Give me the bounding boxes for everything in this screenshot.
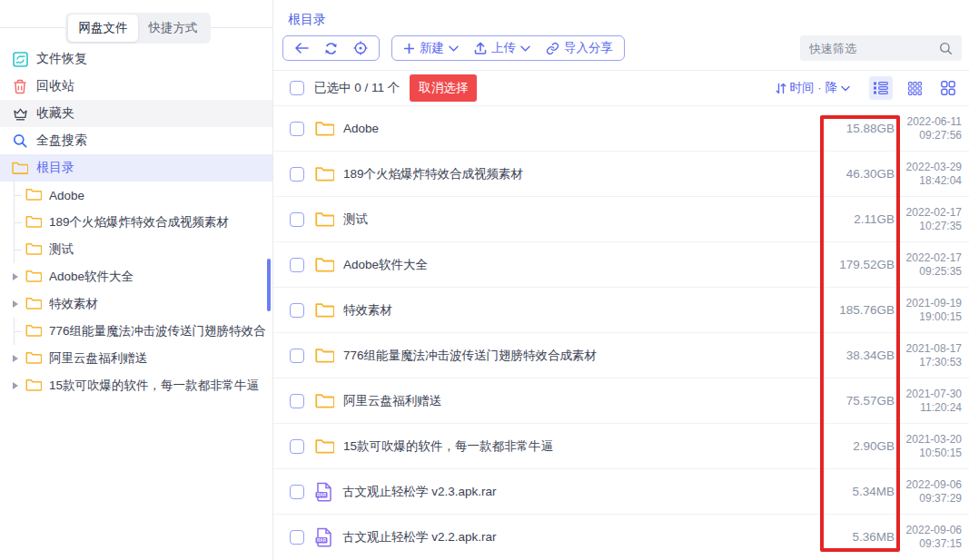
tab-cloud-files[interactable]: 网盘文件 [68, 15, 138, 42]
tree-expand-arrow-icon[interactable] [7, 236, 24, 263]
file-name[interactable]: Adobe软件大全 [343, 257, 808, 273]
file-name[interactable]: 776组能量魔法冲击波传送门翅膀特效合成素材 [343, 348, 808, 364]
upload-button-label: 上传 [491, 40, 516, 56]
grid-view-button[interactable] [903, 76, 926, 100]
file-name[interactable]: 15款可吹爆的软件，每一款都非常牛逼 [343, 438, 808, 455]
file-name[interactable]: 阿里云盘福利赠送 [343, 393, 808, 409]
back-button[interactable] [294, 42, 309, 54]
quick-filter-input[interactable] [809, 42, 939, 55]
tree-item[interactable]: 189个火焰爆炸特效合成视频素材 [0, 209, 272, 236]
row-checkbox[interactable] [290, 167, 304, 182]
file-date: 2021-09-19 [904, 297, 962, 310]
new-button[interactable]: 新建 [403, 40, 459, 56]
row-checkbox[interactable] [290, 394, 304, 408]
tree-item[interactable]: 776组能量魔法冲击波传送门翅膀特效合 [0, 318, 272, 345]
tree-item[interactable]: Adobe [0, 182, 272, 209]
large-grid-view-icon [941, 81, 955, 95]
row-checkbox[interactable] [290, 485, 304, 499]
tab-shortcuts[interactable]: 快捷方式 [138, 15, 208, 42]
import-share-button[interactable]: 导入分享 [546, 40, 613, 56]
file-date: 2022-03-29 [904, 161, 962, 174]
file-size: 2.11GB [808, 212, 895, 226]
import-share-label: 导入分享 [564, 40, 613, 56]
locate-button[interactable] [353, 41, 368, 55]
sidebar: 网盘文件 快捷方式 文件恢复 回收站 收藏夹 [0, 0, 273, 560]
tree-item[interactable]: 测试 [0, 236, 272, 263]
plus-icon [403, 43, 415, 54]
rar-file-icon: RAR [315, 527, 333, 547]
file-name[interactable]: 测试 [343, 211, 808, 228]
breadcrumb[interactable]: 根目录 [273, 0, 969, 34]
tree-expand-arrow-icon[interactable] [7, 372, 24, 399]
folder-icon [25, 215, 42, 231]
file-date: 2022-02-17 [904, 251, 962, 265]
file-row[interactable]: RAR 15款可吹爆的软件，每一款都非常牛逼 2.90GB 2021-03-20… [273, 423, 969, 468]
sort-label: 时间 · 降 [790, 80, 838, 96]
select-all-checkbox[interactable] [290, 81, 304, 95]
file-row[interactable]: RAR 特效素材 185.76GB 2021-09-19 19:00:15 [273, 287, 969, 332]
sidebar-item-label: 根目录 [36, 160, 74, 176]
sidebar-item-file-recovery[interactable]: 文件恢复 [0, 45, 272, 73]
file-time: 09:27:56 [904, 129, 962, 142]
tree-expand-arrow-icon[interactable] [7, 290, 24, 318]
tree-item[interactable]: 阿里云盘福利赠送 [0, 345, 272, 372]
list-view-icon [874, 82, 888, 94]
file-list: RAR Adobe 15.88GB 2022-06-11 09:27:56 RA… [273, 105, 969, 560]
row-checkbox[interactable] [290, 530, 304, 545]
sidebar-item-label: 回收站 [36, 78, 74, 94]
file-name[interactable]: Adobe [343, 122, 808, 135]
large-grid-view-button[interactable] [936, 76, 960, 100]
cloud-drive-app: 网盘文件 快捷方式 文件恢复 回收站 收藏夹 [0, 0, 969, 560]
row-checkbox[interactable] [290, 258, 304, 272]
row-checkbox[interactable] [290, 212, 304, 227]
sidebar-item-root-directory[interactable]: 根目录 [0, 154, 272, 182]
chevron-down-icon [841, 85, 850, 92]
file-row[interactable]: RAR 古文观止轻松学 v2.2.apk.rar 5.36MB 2022-09-… [273, 514, 969, 559]
tree-expand-arrow-icon[interactable] [7, 263, 24, 290]
folder-icon [25, 324, 42, 339]
sidebar-scrollbar-thumb[interactable] [267, 259, 271, 311]
file-time: 19:00:15 [904, 310, 962, 324]
tree-item[interactable]: 15款可吹爆的软件，每一款都非常牛逼 [0, 372, 272, 399]
row-checkbox[interactable] [290, 349, 304, 363]
file-row[interactable]: RAR Adobe 15.88GB 2022-06-11 09:27:56 [273, 105, 969, 151]
file-datetime: 2022-02-17 10:27:35 [904, 206, 962, 233]
sidebar-item-recycle-bin[interactable]: 回收站 [0, 73, 272, 100]
file-name[interactable]: 古文观止轻松学 v2.2.apk.rar [342, 529, 808, 545]
file-name[interactable]: 特效素材 [343, 302, 808, 319]
list-view-button[interactable] [869, 76, 893, 100]
file-name[interactable]: 古文观止轻松学 v2.3.apk.rar [342, 484, 808, 500]
file-row[interactable]: RAR 阿里云盘福利赠送 75.57GB 2021-07-30 11:20:24 [273, 378, 969, 423]
sort-control[interactable]: 时间 · 降 [776, 80, 851, 96]
refresh-button[interactable] [324, 42, 338, 55]
row-checkbox[interactable] [290, 303, 304, 318]
tree-item-label: Adobe [49, 189, 84, 202]
upload-button[interactable]: 上传 [474, 40, 530, 56]
file-row[interactable]: RAR Adobe软件大全 179.52GB 2022-02-17 09:25:… [273, 241, 969, 287]
row-checkbox[interactable] [290, 439, 304, 454]
tree-expand-arrow-icon[interactable] [7, 209, 24, 236]
tree-expand-arrow-icon[interactable] [7, 318, 24, 345]
file-row[interactable]: RAR 测试 2.11GB 2022-02-17 10:27:35 [273, 196, 969, 241]
sidebar-item-favorites[interactable]: 收藏夹 [0, 100, 272, 127]
file-row[interactable]: RAR 古文观止轻松学 v2.3.apk.rar 5.34MB 2022-09-… [273, 468, 969, 514]
tree-expand-arrow-icon[interactable] [7, 182, 24, 209]
folder-icon [25, 188, 42, 203]
tree-item[interactable]: 特效素材 [0, 290, 272, 318]
tree-expand-arrow-icon[interactable] [7, 345, 24, 372]
tree-item[interactable]: Adobe软件大全 [0, 263, 272, 290]
file-row[interactable]: RAR 776组能量魔法冲击波传送门翅膀特效合成素材 38.34GB 2021-… [273, 332, 969, 378]
cancel-selection-button[interactable]: 取消选择 [410, 74, 477, 102]
folder-icon [25, 270, 42, 285]
sort-arrows-icon [776, 83, 786, 94]
row-checkbox[interactable] [290, 122, 304, 136]
sidebar-item-global-search[interactable]: 全盘搜索 [0, 127, 272, 154]
file-date: 2021-07-30 [904, 388, 962, 401]
file-size: 5.34MB [808, 485, 895, 498]
file-name[interactable]: 189个火焰爆炸特效合成视频素材 [343, 166, 808, 182]
file-size: 15.88GB [808, 122, 895, 135]
file-size: 2.90GB [808, 439, 895, 453]
file-row[interactable]: RAR 189个火焰爆炸特效合成视频素材 46.30GB 2022-03-29 … [273, 151, 969, 196]
folder-icon [315, 166, 334, 182]
back-arrow-icon [294, 42, 309, 54]
